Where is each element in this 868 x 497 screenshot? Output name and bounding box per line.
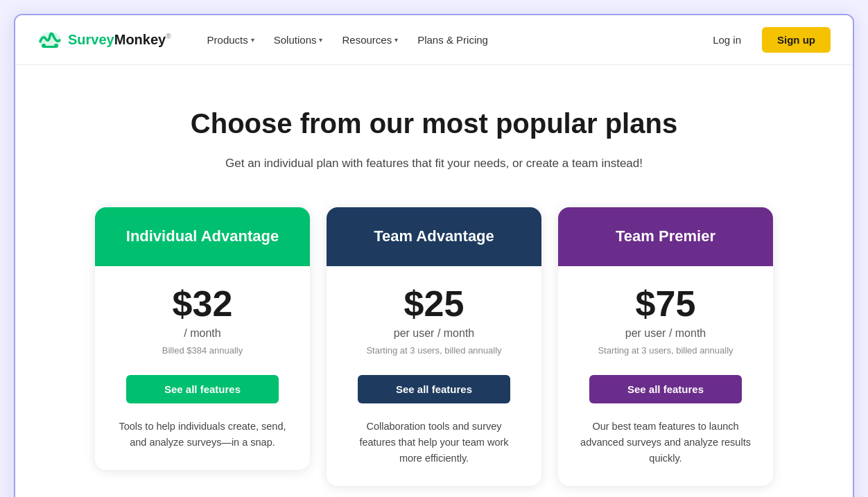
nav-item-resources[interactable]: Resources ▾ — [333, 28, 406, 51]
nav-actions: Log in Sign up — [700, 27, 831, 53]
card-desc-team-premier: Our best team features to launch advance… — [575, 419, 756, 467]
page-subheading: Get an individual plan with features tha… — [43, 154, 825, 173]
browser-window: SurveyMonkey® Products ▾ Solutions ▾ Res… — [14, 14, 854, 497]
card-desc-individual: Tools to help individuals create, send, … — [112, 419, 293, 451]
main-content: Choose from our most popular plans Get a… — [15, 65, 853, 497]
chevron-down-icon: ▾ — [251, 36, 254, 44]
logo[interactable]: SurveyMonkey® — [37, 30, 171, 50]
navbar: SurveyMonkey® Products ▾ Solutions ▾ Res… — [15, 15, 853, 65]
see-features-team-premier-button[interactable]: See all features — [589, 375, 742, 403]
card-desc-team-advantage: Collaboration tools and survey features … — [343, 419, 525, 467]
card-title-team-premier: Team Premier — [572, 227, 759, 247]
signup-button[interactable]: Sign up — [762, 27, 831, 53]
nav-links: Products ▾ Solutions ▾ Resources ▾ Plans… — [199, 28, 701, 51]
card-header-team-advantage: Team Advantage — [327, 207, 541, 266]
card-title-individual: Individual Advantage — [109, 227, 296, 247]
card-team-advantage: Team Advantage $25 per user / month Star… — [327, 207, 541, 486]
pricing-cards: Individual Advantage $32 / month Billed … — [43, 207, 825, 486]
login-button[interactable]: Log in — [700, 28, 754, 51]
card-individual-advantage: Individual Advantage $32 / month Billed … — [95, 207, 310, 470]
nav-item-solutions[interactable]: Solutions ▾ — [266, 28, 331, 51]
nav-item-products[interactable]: Products ▾ — [199, 28, 263, 51]
card-price-team-advantage: $25 — [404, 286, 465, 322]
logo-text: SurveyMonkey® — [68, 32, 171, 48]
nav-item-plans-pricing[interactable]: Plans & Pricing — [409, 28, 496, 51]
see-features-individual-button[interactable]: See all features — [126, 375, 279, 403]
page-heading: Choose from our most popular plans — [43, 107, 825, 140]
see-features-team-advantage-button[interactable]: See all features — [358, 375, 510, 403]
card-note-team-advantage: Starting at 3 users, billed annually — [366, 345, 501, 356]
card-title-team-advantage: Team Advantage — [340, 227, 528, 247]
card-body-team-premier: $75 per user / month Starting at 3 users… — [558, 266, 773, 487]
card-period-team-advantage: per user / month — [394, 327, 475, 340]
chevron-down-icon: ▾ — [319, 36, 322, 44]
card-header-individual: Individual Advantage — [95, 207, 310, 266]
svg-rect-3 — [44, 46, 56, 48]
card-price-team-premier: $75 — [636, 286, 696, 322]
card-note-team-premier: Starting at 3 users, billed annually — [598, 345, 733, 356]
card-price-individual: $32 — [173, 286, 233, 322]
card-body-team-advantage: $25 per user / month Starting at 3 users… — [327, 266, 541, 487]
card-period-individual: / month — [184, 327, 220, 340]
card-note-individual: Billed $384 annually — [162, 345, 243, 356]
card-team-premier: Team Premier $75 per user / month Starti… — [558, 207, 773, 486]
logo-icon — [37, 30, 62, 50]
card-header-team-premier: Team Premier — [558, 207, 773, 266]
chevron-down-icon: ▾ — [394, 36, 398, 44]
card-body-individual: $32 / month Billed $384 annually See all… — [95, 266, 310, 470]
card-period-team-premier: per user / month — [625, 327, 706, 340]
